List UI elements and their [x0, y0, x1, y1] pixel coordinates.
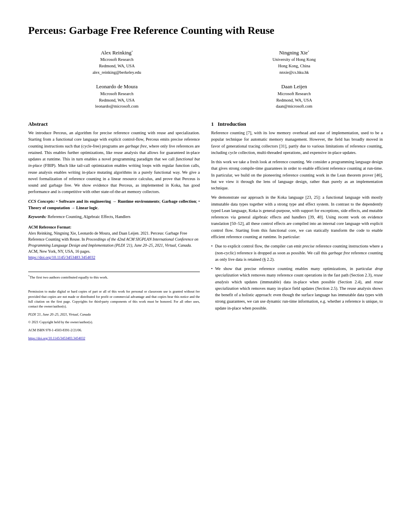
author-4: Daan Leijen Microsoft Research Redmond, … [206, 83, 383, 110]
intro-bullet-2: • We show that precise reference countin… [211, 266, 383, 312]
abstract-title: Abstract [28, 121, 200, 127]
author-4-affil: Microsoft Research [278, 91, 311, 97]
bullet-sym-2: • [211, 266, 213, 312]
author-1-email: alex_reinking@berkeley.edu [93, 69, 141, 76]
right-column: 1 Introduction Reference counting [7], w… [211, 121, 383, 344]
footnote-isbn: ACM ISBN 978-1-4503-8391-2/21/06. [28, 328, 200, 333]
author-3-affil: Microsoft Research [100, 91, 134, 97]
author-2-affil: University of Hong Kong [272, 56, 316, 63]
author-4-loc: Redmond, WA, USA [276, 97, 312, 104]
author-4-email: daan@microsoft.com [276, 103, 312, 110]
acm-ref-title: ACM Reference Format: [28, 225, 71, 229]
bullet-text-2: We show that precise reference counting … [215, 266, 383, 312]
footnote-section: *The first two authors contributed equal… [28, 272, 200, 282]
acm-doi-link[interactable]: https://doi.org/10.1145/3453483.3454032 [28, 255, 95, 260]
footnote-star: *The first two authors contributed equal… [28, 274, 200, 281]
keywords: Keywords: Reference Counting, Algebraic … [28, 214, 200, 220]
author-4-name: Daan Leijen [281, 83, 307, 91]
bullet-text-1: Due to explicit control flow, the compil… [215, 243, 383, 263]
bullet-sym-1: • [211, 243, 213, 263]
intro-title: 1 Introduction [211, 121, 383, 127]
author-2: Ningning Xie* University of Hong Kong Ho… [206, 49, 383, 76]
author-1-loc: Redmond, WA, USA [99, 63, 135, 69]
abstract-body: We introduce Perceus, an algorithm for p… [28, 130, 200, 195]
intro-para2: In this work we take a fresh look at ref… [211, 159, 383, 191]
acm-ref-body: Alex Reinking, Ningning Xie, Leonardo de… [28, 231, 198, 260]
author-1: Alex Reinking* Microsoft Research Redmon… [28, 49, 206, 76]
acm-reference: ACM Reference Format: Alex Reinking, Nin… [28, 224, 200, 260]
author-3-email: leonardo@microsoft.com [95, 103, 138, 110]
intro-para1: Reference counting [7], with its low mem… [211, 130, 383, 156]
intro-bullet-1: • Due to explicit control flow, the comp… [211, 243, 383, 263]
footnote-conf: PLDI '21, June 20–25, 2021, Virtual, Can… [28, 312, 200, 317]
author-3-loc: Redmond, WA, USA [99, 97, 135, 104]
author-1-name: Alex Reinking* [101, 49, 133, 57]
footnote-copyright: © 2021 Copyright held by the owner/autho… [28, 320, 200, 325]
ccs-concepts: CCS Concepts: • Software and its enginee… [28, 198, 200, 212]
author-2-name: Ningning Xie* [279, 49, 309, 57]
authors-section: Alex Reinking* Microsoft Research Redmon… [28, 49, 383, 110]
footnote-permission: Permission to make digital or hard copie… [28, 289, 200, 309]
author-2-loc: Hong Kong, China [278, 63, 310, 69]
author-3: Leonardo de Moura Microsoft Research Red… [28, 83, 206, 110]
footnote-doi: https://doi.org/10.1145/3453483.3454032 [28, 336, 200, 341]
left-column: Abstract We introduce Perceus, an algori… [28, 121, 200, 344]
main-content: Abstract We introduce Perceus, an algori… [28, 121, 383, 344]
author-1-affil: Microsoft Research [100, 56, 134, 63]
footnote-doi-link[interactable]: https://doi.org/10.1145/3453483.3454032 [28, 336, 85, 340]
paper-title: Perceus: Garbage Free Reference Counting… [28, 24, 383, 37]
author-2-email: nnxie@cs.hku.hk [279, 69, 309, 76]
author-3-name: Leonardo de Moura [96, 83, 137, 91]
intro-para3: We demonstrate our approach in the Koka … [211, 194, 383, 240]
